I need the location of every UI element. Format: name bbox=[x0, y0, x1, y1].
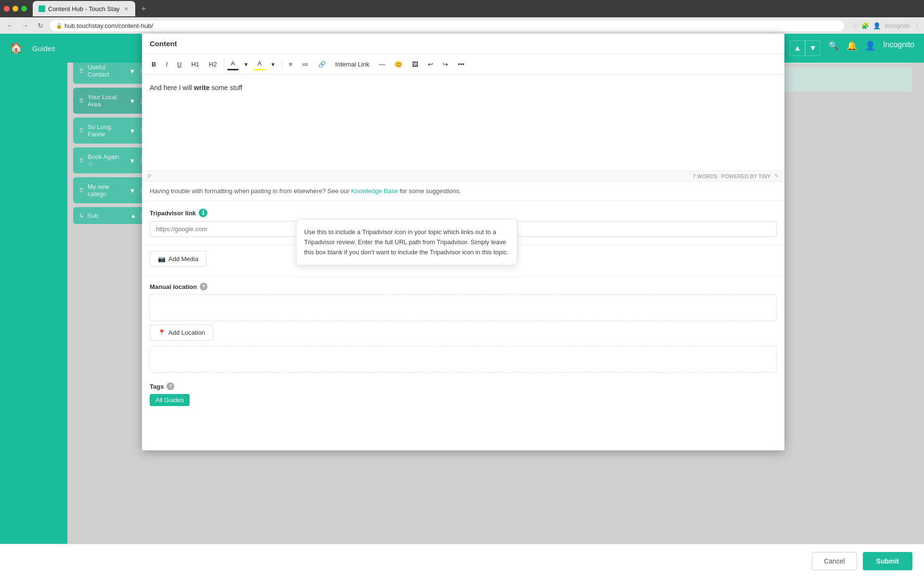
bg-local-area: ⠿ Your Local Area ▾ ⋮ bbox=[73, 88, 150, 114]
tags-section: Tags ? All Guides bbox=[142, 377, 784, 412]
bg-my-new-cat: ⠿ My new catego ▾ ⋮ bbox=[73, 177, 150, 203]
drag-icon: ⠿ bbox=[79, 157, 84, 164]
browser-chrome: Content Hub - Touch Stay ✕ + ← → ↻ 🔒 hub… bbox=[0, 0, 924, 34]
tripadvisor-help-icon[interactable]: ℹ bbox=[199, 209, 207, 217]
helper-text: Having trouble with formatting when past… bbox=[142, 182, 784, 201]
toolbar-link[interactable]: 🔗 bbox=[314, 59, 330, 70]
menu-icon[interactable]: ⋮ bbox=[914, 22, 920, 29]
new-tab-button[interactable]: + bbox=[137, 2, 151, 15]
tab-favicon bbox=[38, 5, 45, 12]
bottom-spacer bbox=[142, 412, 784, 450]
toolbar-highlight[interactable]: A bbox=[254, 58, 266, 70]
bookmark-icon: ☆ bbox=[852, 22, 858, 29]
toolbar-highlight-dropdown[interactable]: ▾ bbox=[268, 59, 279, 70]
drag-icon: ⠿ bbox=[79, 97, 84, 105]
drag-icon: ⠿ bbox=[79, 67, 84, 75]
toolbar-emoji[interactable]: 😊 bbox=[391, 59, 406, 70]
nav-arrows: ▲ ▼ bbox=[790, 40, 821, 56]
user-avatar[interactable]: 👤 bbox=[865, 40, 875, 56]
pin-icon: 📍 bbox=[158, 329, 166, 336]
add-media-label: Add Media bbox=[168, 255, 198, 263]
paragraph-indicator: P bbox=[148, 173, 151, 179]
manual-location-label: Manual location ? bbox=[150, 283, 777, 290]
all-guides-tag[interactable]: All Guides bbox=[150, 394, 190, 406]
bg-book-again: ⠿ Book Again ☆ ▾ ⋮ bbox=[73, 147, 150, 173]
location-empty-area bbox=[150, 294, 777, 321]
tags-label: Tags ? bbox=[150, 382, 777, 390]
url-text: hub.touchstay.com/content-hub/ bbox=[64, 22, 153, 29]
editor-panel: Content B I U H1 H2 A ▾ A ▾ ≡ ≔ 🔗 Intern… bbox=[142, 34, 784, 450]
traffic-lights bbox=[4, 6, 27, 12]
back-button[interactable]: ← bbox=[4, 22, 15, 29]
submit-button[interactable]: Submit bbox=[863, 552, 912, 570]
toolbar-bullet-list[interactable]: ≡ bbox=[285, 59, 296, 70]
editor-content-area[interactable]: And here I will write some stuff bbox=[142, 75, 784, 171]
notification-icon[interactable]: 🔔 bbox=[847, 40, 857, 56]
toolbar-redo[interactable]: ↪ bbox=[439, 59, 452, 70]
minimize-traffic-light[interactable] bbox=[13, 6, 18, 12]
helper-prefix: Having trouble with formatting when past… bbox=[150, 187, 351, 195]
toolbar-font-color[interactable]: A bbox=[227, 58, 239, 70]
tooltip-text: Use this to include a Tripadvisor icon i… bbox=[304, 228, 509, 256]
toolbar-ordered-list[interactable]: ≔ bbox=[298, 59, 312, 70]
toolbar-more[interactable]: ••• bbox=[454, 59, 468, 70]
incognito-area: ☆ 🧩 👤 Incognito ⋮ bbox=[852, 22, 920, 29]
forward-button[interactable]: → bbox=[19, 22, 31, 29]
editor-text-bold: write bbox=[194, 84, 210, 92]
down-arrow-button[interactable]: ▼ bbox=[805, 40, 821, 56]
toolbar-italic[interactable]: I bbox=[162, 59, 171, 70]
reload-button[interactable]: ↻ bbox=[35, 22, 46, 29]
active-tab[interactable]: Content Hub - Touch Stay ✕ bbox=[33, 1, 135, 16]
edit-icon[interactable]: ✎ bbox=[774, 173, 779, 179]
extensions-icon: 🧩 bbox=[861, 22, 869, 29]
nav-guides[interactable]: Guides bbox=[32, 44, 55, 53]
add-location-wrapper: 📍 Add Location bbox=[142, 325, 784, 346]
word-count: 7 WORDS bbox=[693, 173, 717, 179]
incognito-label: Incognito bbox=[885, 22, 910, 29]
bg-left-panel: Category/Subcateg ⠿ Useful Contact ▾ ⋮ ⠿… bbox=[73, 39, 150, 572]
toolbar-internal-link[interactable]: Internal Link bbox=[332, 59, 373, 70]
editor-toolbar: B I U H1 H2 A ▾ A ▾ ≡ ≔ 🔗 Internal Link … bbox=[142, 54, 784, 75]
manual-location-section: Manual location ? bbox=[142, 277, 784, 290]
toolbar-color-dropdown[interactable]: ▾ bbox=[241, 59, 252, 70]
editor-text-suffix: some stuff bbox=[210, 84, 243, 92]
drag-icon: ⠿ bbox=[79, 187, 84, 194]
location-empty-area-2 bbox=[150, 346, 777, 373]
incognito-icon: 👤 bbox=[873, 22, 881, 29]
close-traffic-light[interactable] bbox=[4, 6, 10, 12]
tags-help-icon[interactable]: ? bbox=[167, 382, 174, 390]
tab-close-button[interactable]: ✕ bbox=[123, 5, 129, 12]
address-bar: ← → ↻ 🔒 hub.touchstay.com/content-hub/ ☆… bbox=[0, 17, 924, 34]
toolbar-image[interactable]: 🖼 bbox=[408, 59, 422, 70]
toolbar-h1[interactable]: H1 bbox=[187, 59, 203, 70]
tab-title: Content Hub - Touch Stay bbox=[48, 5, 120, 13]
knowledge-base-link[interactable]: Knowledge Base bbox=[351, 187, 398, 195]
toolbar-underline[interactable]: U bbox=[173, 59, 185, 70]
toolbar-undo[interactable]: ↩ bbox=[424, 59, 437, 70]
lock-icon: 🔒 bbox=[56, 23, 63, 29]
up-arrow-button[interactable]: ▲ bbox=[790, 40, 805, 56]
bg-so-long: ⠿ So Long, Farew ▾ ⋮ bbox=[73, 118, 150, 144]
cancel-button[interactable]: Cancel bbox=[812, 552, 857, 570]
toolbar-h2[interactable]: H2 bbox=[205, 59, 221, 70]
powered-by: POWERED BY TINY bbox=[721, 173, 770, 179]
drag-icon: ⠿ bbox=[79, 127, 84, 134]
url-box[interactable]: 🔒 hub.touchstay.com/content-hub/ bbox=[50, 20, 844, 31]
tripadvisor-section: Tripadvisor link ℹ Use this to include a… bbox=[142, 201, 784, 245]
toolbar-hr[interactable]: — bbox=[375, 59, 389, 70]
add-media-button[interactable]: 📷 Add Media bbox=[150, 251, 206, 267]
home-icon[interactable]: 🏠 bbox=[10, 42, 23, 54]
camera-icon: 📷 bbox=[158, 255, 166, 263]
content-section-label: Content bbox=[142, 34, 784, 54]
editor-text-prefix: And here I will bbox=[150, 84, 194, 92]
toolbar-divider-2 bbox=[282, 59, 282, 69]
location-help-icon[interactable]: ? bbox=[200, 283, 207, 290]
helper-suffix: for some suggestions. bbox=[398, 187, 461, 195]
add-location-button[interactable]: 📍 Add Location bbox=[150, 325, 213, 341]
toolbar-bold[interactable]: B bbox=[148, 59, 160, 70]
tab-bar: Content Hub - Touch Stay ✕ + bbox=[0, 0, 924, 17]
fullscreen-traffic-light[interactable] bbox=[21, 6, 27, 12]
editor-footer-bar: P 7 WORDS POWERED BY TINY ✎ bbox=[142, 171, 784, 182]
incognito-label-header: Incognito bbox=[883, 40, 914, 56]
search-icon[interactable]: 🔍 bbox=[828, 40, 839, 56]
